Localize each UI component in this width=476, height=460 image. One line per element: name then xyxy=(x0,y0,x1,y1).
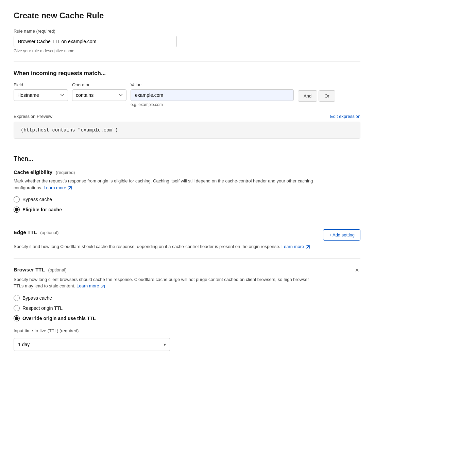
and-button[interactable]: And xyxy=(298,90,317,102)
ttl-select-wrapper: 1 day 2 days 3 days 1 week 1 month ▾ xyxy=(14,338,170,351)
value-label: Value xyxy=(131,82,294,87)
ttl-input-section: Input time-to-live (TTL) (required) 1 da… xyxy=(14,328,360,351)
field-select[interactable]: Hostname URI IP Source Address Cookie xyxy=(14,89,68,101)
divider-2 xyxy=(14,147,360,147)
when-section-title: When incoming requests match... xyxy=(14,70,360,77)
page-title: Create new Cache Rule xyxy=(14,11,360,20)
value-hint: e.g. example.com xyxy=(131,102,294,107)
eligible-cache-radio-label[interactable]: Eligible for cache xyxy=(14,207,360,213)
browser-ttl-optional: (optional) xyxy=(48,267,67,272)
external-link-icon-2 xyxy=(306,245,310,249)
browser-ttl-radio-group: Bypass cache Respect origin TTL Override… xyxy=(14,295,360,321)
expression-section: Expression Preview Edit expression (http… xyxy=(14,114,360,139)
cache-eligibility-description: Mark whether the request's response from… xyxy=(14,178,320,191)
rule-name-input[interactable] xyxy=(14,36,177,47)
edge-ttl-description: Specify if and how long Cloudflare shoul… xyxy=(14,243,320,250)
external-link-icon-1 xyxy=(68,186,72,190)
cache-eligibility-header: Cache eligibility (required) xyxy=(14,169,360,175)
bypass-cache-radio[interactable] xyxy=(14,196,20,202)
expression-box: (http.host contains "example.com") xyxy=(14,122,360,139)
field-column: Field Hostname URI IP Source Address Coo… xyxy=(14,82,68,101)
rule-name-label: Rule name (required) xyxy=(14,29,360,34)
external-link-icon-3 xyxy=(101,284,105,288)
edge-ttl-optional: (optional) xyxy=(40,230,58,235)
browser-ttl-title: Browser TTL xyxy=(14,267,45,272)
value-input[interactable] xyxy=(131,89,294,101)
bypass-cache-browser-radio-label[interactable]: Bypass cache xyxy=(14,295,360,301)
divider-4 xyxy=(14,258,360,259)
expression-label: Expression Preview xyxy=(14,114,52,119)
then-section: Then... Cache eligibility (required) Mar… xyxy=(14,155,360,351)
bypass-cache-browser-radio[interactable] xyxy=(14,295,20,301)
operator-select[interactable]: contains equals starts with ends with ma… xyxy=(72,89,126,101)
cache-eligibility-learn-more[interactable]: Learn more xyxy=(44,185,72,190)
eligible-cache-radio[interactable] xyxy=(14,207,20,213)
condition-row: Field Hostname URI IP Source Address Coo… xyxy=(14,82,360,107)
field-label: Field xyxy=(14,82,68,87)
edit-expression-link[interactable]: Edit expression xyxy=(330,114,360,119)
override-origin-ttl-radio-label[interactable]: Override origin and use this TTL xyxy=(14,315,360,321)
when-section: When incoming requests match... Field Ho… xyxy=(14,70,360,107)
browser-ttl-close-button[interactable]: × xyxy=(354,267,360,273)
and-or-buttons: And Or xyxy=(298,90,335,102)
divider-1 xyxy=(14,61,360,62)
cache-eligibility-required: (required) xyxy=(56,170,75,175)
expression-header: Expression Preview Edit expression xyxy=(14,114,360,119)
edge-ttl-add-button[interactable]: + Add setting xyxy=(323,229,360,241)
override-origin-ttl-radio[interactable] xyxy=(14,315,20,321)
divider-3 xyxy=(14,221,360,221)
cache-eligibility-title: Cache eligibility xyxy=(14,169,52,175)
edge-ttl-block: Edge TTL (optional) + Add setting Specif… xyxy=(14,229,360,250)
edge-ttl-learn-more[interactable]: Learn more xyxy=(282,244,310,249)
ttl-select[interactable]: 1 day 2 days 3 days 1 week 1 month xyxy=(14,338,170,351)
rule-name-hint: Give your rule a descriptive name. xyxy=(14,49,360,53)
browser-ttl-description: Specify how long client browsers should … xyxy=(14,276,320,289)
browser-ttl-block: Browser TTL (optional) × Specify how lon… xyxy=(14,267,360,351)
operator-label: Operator xyxy=(72,82,126,87)
edge-ttl-title: Edge TTL xyxy=(14,229,37,235)
value-column: Value e.g. example.com xyxy=(131,82,294,107)
bypass-cache-radio-label[interactable]: Bypass cache xyxy=(14,196,360,202)
then-title: Then... xyxy=(14,155,360,162)
or-button[interactable]: Or xyxy=(319,90,335,102)
respect-origin-ttl-radio[interactable] xyxy=(14,305,20,311)
browser-ttl-learn-more[interactable]: Learn more xyxy=(76,283,105,288)
cache-eligibility-radio-group: Bypass cache Eligible for cache xyxy=(14,196,360,213)
ttl-input-label: Input time-to-live (TTL) (required) xyxy=(14,328,360,333)
respect-origin-ttl-radio-label[interactable]: Respect origin TTL xyxy=(14,305,360,311)
edge-ttl-header: Edge TTL (optional) + Add setting xyxy=(14,229,360,241)
cache-eligibility-block: Cache eligibility (required) Mark whethe… xyxy=(14,169,360,213)
rule-name-section: Rule name (required) Give your rule a de… xyxy=(14,29,360,53)
operator-column: Operator contains equals starts with end… xyxy=(72,82,126,101)
browser-ttl-header: Browser TTL (optional) × xyxy=(14,267,360,273)
